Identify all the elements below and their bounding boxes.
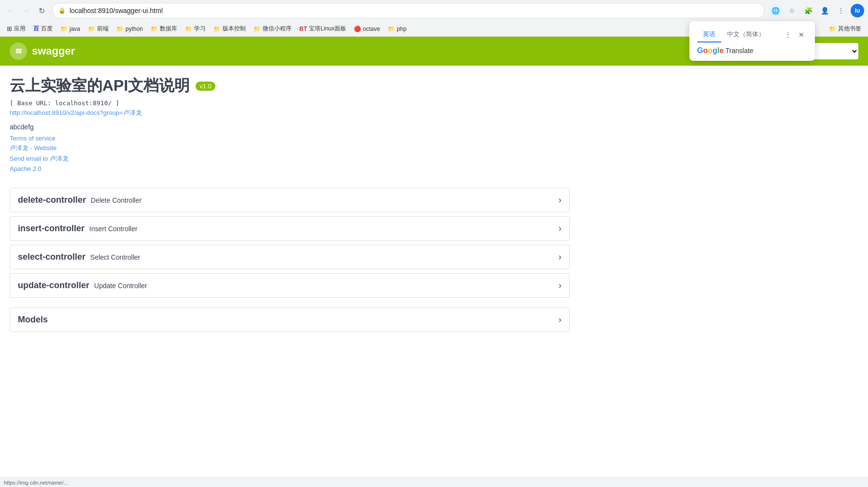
bt-icon: BT (299, 26, 307, 32)
insert-controller-chevron: › (559, 223, 561, 234)
delete-controller-row[interactable]: delete-controller Delete Controller › (10, 188, 570, 212)
website-link[interactable]: 卢泽龙 - Website (10, 144, 570, 153)
nav-buttons: ← → ↻ (4, 4, 48, 17)
select-controller-desc: Select Controller (90, 253, 140, 261)
bookmark-frontend[interactable]: 📁 前端 (85, 24, 112, 34)
swagger-logo-circle: ≋ (10, 42, 27, 60)
folder-icon-3: 📁 (116, 26, 124, 32)
models-label: Models (18, 315, 48, 325)
api-docs-link[interactable]: http://localhost:8910/v2/api-docs?group=… (10, 109, 570, 117)
update-controller-chevron: › (559, 280, 561, 291)
octave-icon: 🔴 (354, 26, 361, 32)
address-lock-icon: 🔒 (58, 7, 66, 14)
reload-button[interactable]: ↻ (35, 4, 48, 17)
bookmark-baidu-label: 百度 (41, 25, 53, 33)
translate-close-button[interactable]: ✕ (796, 29, 807, 41)
bookmark-other[interactable]: 📁 其他书签 (826, 24, 864, 34)
models-chevron: › (559, 315, 561, 325)
bookmark-apps[interactable]: ⊞ 应用 (4, 24, 28, 34)
toolbar-right: 🌐 ☆ 🧩 👤 ⋮ lu (769, 4, 864, 17)
folder-icon-2: 📁 (88, 26, 95, 32)
address-text: localhost:8910/swagger-ui.html (70, 7, 758, 14)
info-links: Terms of service 卢泽龙 - Website Send emai… (10, 135, 570, 173)
translate-popup-header: 英语 中文（简体） ⋮ ✕ (697, 27, 807, 42)
api-title-row: 云上实验室的API文档说明 v1.0 (10, 75, 570, 97)
update-controller-row[interactable]: update-controller Update Controller › (10, 273, 570, 298)
bookmark-bt[interactable]: BT 宝塔Linux面板 (296, 24, 349, 34)
translate-button[interactable]: 🌐 (769, 4, 782, 17)
terms-of-service-link[interactable]: Terms of service (10, 135, 570, 142)
update-controller-desc: Update Controller (94, 282, 147, 290)
bookmark-version[interactable]: 📁 版本控制 (210, 24, 249, 34)
translate-more-button[interactable]: ⋮ (782, 29, 794, 41)
bookmark-database-label: 数据库 (160, 25, 177, 33)
version-badge: v1.0 (196, 82, 215, 91)
bookmark-other-label: 其他书签 (838, 25, 861, 33)
update-controller-name: update-controller (18, 280, 89, 291)
bookmark-python-label: python (126, 26, 143, 32)
bookmark-bt-label: 宝塔Linux面板 (309, 25, 346, 33)
bookmark-python[interactable]: 📁 python (113, 25, 146, 33)
models-row[interactable]: Models › (10, 307, 570, 332)
folder-icon-9: 📁 (829, 26, 836, 32)
folder-icon-7: 📁 (253, 26, 261, 32)
bookmark-baidu[interactable]: 百 百度 (30, 24, 56, 34)
license-link[interactable]: Apache 2.0 (10, 165, 570, 172)
delete-controller-name: delete-controller (18, 195, 86, 205)
insert-controller-left: insert-controller Insert Controller (18, 223, 138, 234)
select-controller-name: select-controller (18, 252, 85, 262)
folder-icon: 📁 (60, 26, 68, 32)
api-title-text: 云上实验室的API文档说明 (10, 75, 190, 97)
forward-button[interactable]: → (19, 4, 33, 17)
translate-popup: 英语 中文（简体） ⋮ ✕ Google Translate (689, 21, 815, 61)
bookmark-frontend-label: 前端 (97, 25, 109, 33)
folder-icon-4: 📁 (151, 26, 158, 32)
avatar-button[interactable]: lu (851, 4, 864, 17)
bookmark-octave-label: octave (363, 26, 380, 32)
bookmark-java[interactable]: 📁 java (57, 25, 83, 33)
email-link[interactable]: Send email to 卢泽龙 (10, 154, 570, 163)
bookmark-database[interactable]: 📁 数据库 (148, 24, 180, 34)
translate-popup-logo: Google Translate (697, 46, 807, 55)
profile-button[interactable]: 👤 (818, 4, 831, 17)
delete-controller-left: delete-controller Delete Controller (18, 195, 141, 205)
apps-icon: ⊞ (7, 25, 12, 32)
select-controller-row[interactable]: select-controller Select Controller › (10, 245, 570, 269)
main-content: 云上实验室的API文档说明 v1.0 [ Base URL: localhost… (0, 66, 579, 346)
back-button[interactable]: ← (4, 4, 17, 17)
extensions-button[interactable]: 🧩 (801, 4, 815, 17)
translate-text: Translate (726, 47, 754, 55)
update-controller-left: update-controller Update Controller (18, 280, 147, 291)
insert-controller-name: insert-controller (18, 223, 84, 234)
bookmark-octave[interactable]: 🔴 octave (351, 25, 383, 33)
more-button[interactable]: ⋮ (834, 4, 848, 17)
translate-popup-actions: ⋮ ✕ (782, 29, 807, 41)
translate-tab-chinese[interactable]: 中文（简体） (721, 27, 770, 42)
bookmark-button[interactable]: ☆ (785, 4, 798, 17)
bookmark-study[interactable]: 📁 学习 (182, 24, 209, 34)
translate-tab-english[interactable]: 英语 (697, 27, 721, 42)
folder-icon-8: 📁 (388, 26, 395, 32)
browser-toolbar: ← → ↻ 🔒 localhost:8910/swagger-ui.html 🌐… (0, 0, 868, 21)
select-controller-chevron: › (559, 252, 561, 262)
bookmark-wechat-label: 微信小程序 (263, 25, 292, 33)
bookmark-php[interactable]: 📁 php (385, 25, 409, 33)
bookmark-study-label: 学习 (194, 25, 206, 33)
folder-icon-6: 📁 (213, 26, 221, 32)
delete-controller-desc: Delete Controller (91, 196, 141, 204)
api-description: abcdefg (10, 123, 570, 131)
swagger-title: swagger (32, 45, 75, 57)
bookmark-java-label: java (70, 26, 80, 32)
baidu-icon: 百 (33, 25, 39, 33)
bookmark-apps-label: 应用 (14, 25, 26, 33)
translate-icon: 🌐 (771, 7, 780, 14)
swagger-logo: ≋ swagger (10, 42, 75, 60)
base-url: [ Base URL: localhost:8910/ ] (10, 99, 570, 107)
bookmark-wechat[interactable]: 📁 微信小程序 (251, 24, 294, 34)
insert-controller-row[interactable]: insert-controller Insert Controller › (10, 216, 570, 241)
translate-tabs: 英语 中文（简体） (697, 27, 770, 42)
address-bar[interactable]: 🔒 localhost:8910/swagger-ui.html (52, 3, 765, 18)
controllers-section: delete-controller Delete Controller › in… (10, 188, 570, 298)
select-controller-left: select-controller Select Controller (18, 252, 140, 262)
insert-controller-desc: Insert Controller (89, 225, 138, 233)
